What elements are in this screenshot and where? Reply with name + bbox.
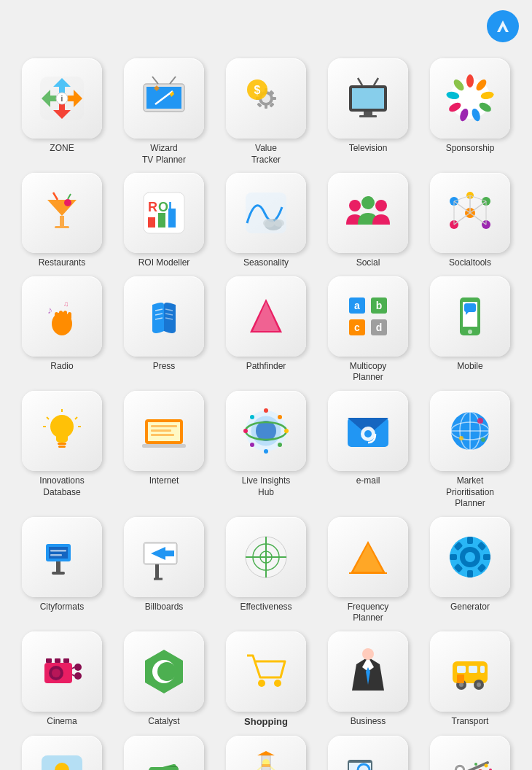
- icon-benchtools: [226, 736, 306, 770]
- svg-point-109: [50, 415, 74, 438]
- svg-marker-95: [253, 302, 279, 331]
- svg-rect-202: [457, 674, 464, 683]
- svg-rect-87: [68, 312, 71, 319]
- item-internet[interactable]: Internet: [117, 391, 211, 510]
- item-cityformats[interactable]: Cityformats: [15, 517, 109, 624]
- svg-marker-218: [257, 751, 275, 755]
- label-sponsorship: Sponsorship: [446, 143, 495, 155]
- item-seasonality[interactable]: Seasonality: [219, 173, 313, 269]
- icon-business: [328, 631, 408, 712]
- item-content-audit[interactable]: Content Audit: [321, 736, 415, 770]
- svg-text:♫: ♫: [63, 300, 69, 308]
- item-mobile[interactable]: Mobile: [423, 276, 517, 384]
- label-socialtools: Socialtools: [449, 257, 491, 269]
- svg-rect-120: [151, 429, 171, 432]
- label-frequency-planner: FrequencyPlanner: [348, 602, 389, 624]
- label-live-insights-hub: Live InsightsHub: [242, 475, 291, 498]
- label-radio: Radio: [50, 361, 73, 373]
- icon-roi-modeller: R O I: [124, 173, 204, 253]
- svg-point-138: [364, 430, 372, 438]
- item-restaurants[interactable]: Restaurants: [15, 173, 109, 269]
- icon-campaign-start: [430, 736, 510, 770]
- item-generator[interactable]: Generator: [423, 517, 517, 624]
- icon-internet: [124, 391, 204, 471]
- item-business[interactable]: Business: [321, 631, 415, 728]
- item-sponsorship[interactable]: Sponsorship: [423, 58, 517, 166]
- icon-value-tracker: $: [226, 58, 306, 139]
- svg-point-201: [477, 682, 481, 687]
- item-television[interactable]: Television: [321, 58, 415, 166]
- label-internet: Internet: [149, 475, 179, 487]
- icon-adforecast: [22, 736, 102, 770]
- item-budget-allocator[interactable]: € $ BudgetAllocator: [117, 736, 211, 770]
- svg-text:O: O: [158, 200, 168, 214]
- label-catalyst: Catalyst: [148, 716, 179, 728]
- svg-text:R: R: [148, 200, 157, 214]
- item-email[interactable]: e-mail: [321, 391, 415, 510]
- item-billboards[interactable]: Billboards: [117, 517, 211, 624]
- item-socialtools[interactable]: Socialtools: [423, 173, 517, 269]
- icon-press: [124, 276, 204, 357]
- item-roi-modeller[interactable]: R O I ROI Modeller: [117, 173, 211, 269]
- icon-cinema: [22, 631, 102, 712]
- svg-rect-119: [151, 425, 177, 427]
- svg-point-64: [375, 200, 387, 211]
- item-multicopy-planner[interactable]: a b c d MulticopyPlanner: [321, 276, 415, 384]
- svg-text:♪: ♪: [47, 304, 52, 316]
- svg-line-12: [170, 77, 176, 84]
- item-frequency-planner[interactable]: FrequencyPlanner: [321, 517, 415, 624]
- item-wizard-tv-planner[interactable]: WizardTV Planner: [117, 58, 211, 166]
- svg-line-113: [75, 417, 77, 419]
- svg-point-125: [256, 421, 276, 441]
- icon-effectiveness: [226, 517, 306, 597]
- svg-rect-171: [450, 554, 457, 560]
- item-market-prioritisation-planner[interactable]: MarketPrioritisationPlanner: [423, 391, 517, 510]
- svg-rect-57: [168, 209, 176, 228]
- svg-point-146: [481, 438, 485, 442]
- item-value-tracker[interactable]: $ ValueTracker: [219, 58, 313, 166]
- item-zone[interactable]: i ZONE: [15, 58, 109, 166]
- svg-rect-84: [55, 312, 58, 319]
- svg-rect-197: [480, 666, 485, 673]
- label-roi-modeller: ROI Modeller: [138, 257, 190, 269]
- icon-transport: [430, 631, 510, 712]
- icon-restaurants: [22, 173, 102, 253]
- item-adforecast[interactable]: Adforecast.com: [15, 736, 109, 770]
- item-transport[interactable]: Transport: [423, 631, 517, 728]
- svg-point-61: [274, 219, 284, 227]
- svg-line-50: [53, 192, 58, 200]
- item-effectiveness[interactable]: Effectiveness: [219, 517, 313, 624]
- icon-seasonality: [226, 173, 306, 253]
- svg-line-30: [358, 78, 362, 85]
- item-cinema[interactable]: Cinema: [15, 631, 109, 728]
- icon-television: [328, 58, 408, 139]
- icon-pathfinder: [226, 276, 306, 357]
- svg-point-178: [74, 664, 82, 671]
- item-radio[interactable]: ♪ ♫ Radio: [15, 276, 109, 384]
- label-cityformats: Cityformats: [40, 602, 85, 613]
- item-campaign-start[interactable]: Campaign start: [423, 736, 517, 770]
- item-press[interactable]: Press: [117, 276, 211, 384]
- item-live-insights-hub[interactable]: Live InsightsHub: [219, 391, 313, 510]
- icon-email: [328, 391, 408, 471]
- svg-rect-195: [457, 666, 466, 673]
- label-mobile: Mobile: [457, 361, 482, 373]
- icon-budget-allocator: € $: [124, 736, 204, 770]
- svg-rect-196: [469, 666, 477, 673]
- svg-point-128: [278, 415, 282, 419]
- item-catalyst[interactable]: Catalyst: [117, 631, 211, 728]
- svg-rect-121: [151, 434, 174, 436]
- item-pathfinder[interactable]: Pathfinder: [219, 276, 313, 384]
- icon-catalyst: [124, 631, 204, 712]
- item-benchtools[interactable]: Benchtools: [219, 736, 313, 770]
- label-email: e-mail: [356, 475, 380, 487]
- svg-line-73: [454, 213, 470, 225]
- item-social[interactable]: Social: [321, 173, 415, 269]
- item-innovations-database[interactable]: InnovationsDatabase: [15, 391, 109, 510]
- item-shopping[interactable]: Shopping: [219, 631, 313, 728]
- logo: [487, 10, 519, 42]
- svg-point-242: [485, 763, 488, 767]
- svg-text:b: b: [376, 300, 383, 311]
- svg-text:i: i: [61, 95, 63, 103]
- svg-point-183: [52, 669, 60, 677]
